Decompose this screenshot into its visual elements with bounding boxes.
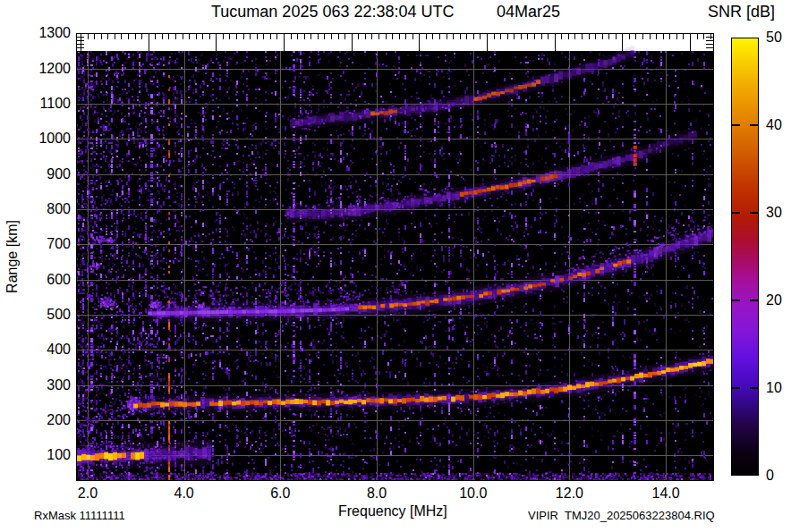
x-tick-label: 10.0 xyxy=(453,486,494,501)
colorbar-tick-label: 40 xyxy=(766,117,782,132)
colorbar-tick-mark xyxy=(732,124,740,126)
colorbar-tick-label: 0 xyxy=(766,468,774,483)
y-tick-label: 400 xyxy=(30,342,71,357)
colorbar-tick-mark xyxy=(750,212,758,214)
y-tick-label: 1300 xyxy=(30,25,71,40)
colorbar-tick-mark xyxy=(750,124,758,126)
rxmask-label: RxMask 11111111 xyxy=(34,509,125,522)
colorbar-title: SNR [dB] xyxy=(708,3,775,21)
y-tick-label: 1000 xyxy=(30,131,71,146)
y-tick-label: 900 xyxy=(30,166,71,182)
chart-date: 04Mar25 xyxy=(497,3,560,21)
colorbar-tick-label: 10 xyxy=(766,380,782,395)
y-tick-label: 100 xyxy=(30,447,71,462)
y-tick-label: 600 xyxy=(30,272,71,287)
x-tick-label: 14.0 xyxy=(645,486,686,501)
y-tick-label: 200 xyxy=(30,412,71,427)
colorbar-tick-label: 30 xyxy=(766,205,782,220)
y-axis-label: Range [km] xyxy=(4,220,21,293)
x-tick-label: 12.0 xyxy=(549,486,590,501)
colorbar-tick-mark xyxy=(732,212,740,214)
colorbar-tick-label: 20 xyxy=(766,292,782,308)
chart-title: Tucuman 2025 063 22:38:04 UTC xyxy=(211,3,455,21)
snr-colorbar xyxy=(731,38,759,476)
y-tick-label: 800 xyxy=(30,201,71,216)
ionogram-figure: Tucuman 2025 063 22:38:04 UTC 04Mar25 SN… xyxy=(0,0,791,532)
colorbar-tick-mark xyxy=(750,300,758,301)
colorbar-tick-mark xyxy=(732,387,740,389)
filename-label: VIPIR TMJ20_2025063223804.RIQ xyxy=(528,509,715,522)
x-tick-label: 4.0 xyxy=(164,486,205,501)
y-tick-label: 700 xyxy=(30,236,71,251)
y-tick-label: 300 xyxy=(30,377,71,393)
colorbar-tick-mark xyxy=(732,300,740,301)
y-tick-label: 1200 xyxy=(30,61,71,76)
y-tick-label: 1100 xyxy=(30,96,71,111)
ionogram-plot xyxy=(76,33,714,481)
x-tick-label: 2.0 xyxy=(67,486,108,501)
colorbar-tick-label: 50 xyxy=(766,30,782,45)
x-axis-label: Frequency [MHz] xyxy=(338,503,447,519)
x-tick-label: 8.0 xyxy=(356,486,397,501)
x-tick-label: 6.0 xyxy=(259,486,301,501)
colorbar-tick-mark xyxy=(750,387,758,389)
y-tick-label: 500 xyxy=(30,307,71,322)
